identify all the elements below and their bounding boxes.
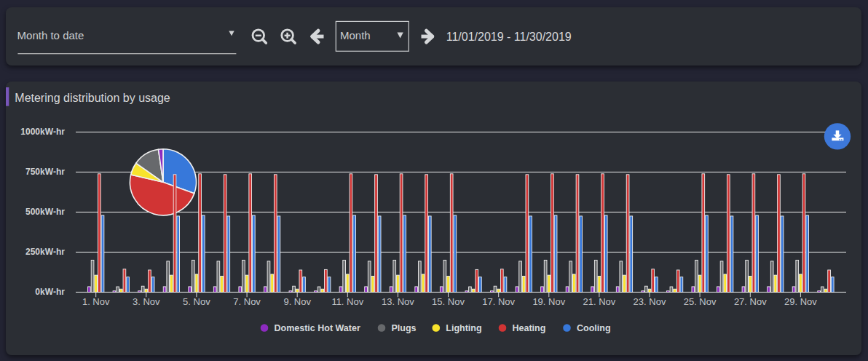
svg-text:29. Nov: 29. Nov (784, 296, 817, 307)
svg-text:500kW‑hr: 500kW‑hr (25, 207, 65, 217)
svg-text:21. Nov: 21. Nov (583, 296, 615, 307)
svg-text:Month to date: Month to date (17, 29, 84, 41)
svg-text:23. Nov: 23. Nov (634, 296, 666, 307)
svg-text:Cooling: Cooling (577, 323, 611, 333)
svg-text:750kW‑hr: 750kW‑hr (25, 167, 65, 177)
svg-text:Plugs: Plugs (392, 323, 417, 333)
svg-text:13. Nov: 13. Nov (382, 296, 414, 307)
svg-text:Lighting: Lighting (446, 323, 481, 333)
svg-text:25. Nov: 25. Nov (684, 296, 717, 307)
svg-text:27. Nov: 27. Nov (734, 296, 767, 307)
svg-text:7. Nov: 7. Nov (233, 296, 261, 307)
svg-text:11. Nov: 11. Nov (331, 296, 363, 307)
svg-text:Metering distribution by usage: Metering distribution by usage (15, 92, 170, 104)
svg-text:5. Nov: 5. Nov (183, 296, 210, 307)
svg-text:3. Nov: 3. Nov (133, 296, 160, 307)
svg-text:Heating: Heating (513, 323, 546, 333)
svg-text:1. Nov: 1. Nov (82, 296, 110, 307)
svg-text:17. Nov: 17. Nov (482, 296, 515, 307)
svg-text:Domestic Hot Water: Domestic Hot Water (275, 323, 360, 333)
svg-text:9. Nov: 9. Nov (283, 296, 311, 307)
svg-text:1000kW‑hr: 1000kW‑hr (20, 127, 65, 137)
svg-text:19. Nov: 19. Nov (532, 296, 565, 307)
svg-text:11/01/2019 - 11/30/2019: 11/01/2019 - 11/30/2019 (446, 31, 572, 43)
svg-text:250kW‑hr: 250kW‑hr (25, 247, 65, 257)
svg-text:15. Nov: 15. Nov (432, 296, 465, 307)
svg-text:Month: Month (340, 29, 371, 41)
svg-text:0kW‑hr: 0kW‑hr (35, 287, 65, 297)
